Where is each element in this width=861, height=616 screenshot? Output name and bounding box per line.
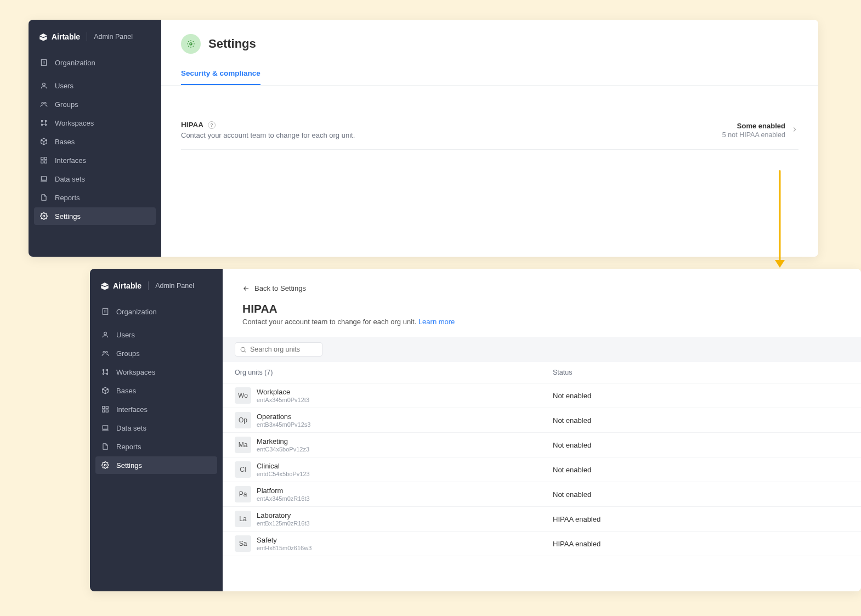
brand: Airtable Admin Panel [29, 30, 161, 52]
sidebar-item-organization[interactable]: Organization [95, 303, 217, 320]
search-input[interactable] [250, 346, 318, 353]
sidebar-item-bases[interactable]: Bases [95, 382, 217, 399]
table-row[interactable]: Cl Clinical entdC54x5boPv123 Not enabled [223, 457, 861, 482]
file-icon [39, 193, 48, 202]
sidebar-item-label: Organization [55, 59, 95, 67]
svg-point-20 [106, 369, 107, 370]
user-icon [101, 330, 110, 339]
org-name: Workplace [257, 388, 309, 396]
org-name: Marketing [257, 437, 309, 445]
arrow-left-icon [242, 285, 250, 292]
workspaces-icon [39, 118, 48, 127]
table-row[interactable]: Op Operations entB3x45m0Pv12s3 Not enabl… [223, 408, 861, 433]
sidebar-item-label: Workspaces [55, 119, 94, 127]
sidebar-item-label: Data sets [116, 424, 146, 432]
org-id: entAx345m0zR16t3 [257, 495, 310, 502]
org-name: Operations [257, 412, 310, 421]
sidebar-item-users[interactable]: Users [95, 326, 217, 343]
hipaa-status-title: Some enabled [722, 122, 785, 130]
user-icon [39, 81, 48, 90]
grid-icon [39, 156, 48, 165]
brand: Airtable Admin Panel [90, 279, 223, 301]
sidebar-item-workspaces[interactable]: Workspaces [95, 363, 217, 381]
hipaa-title-text: HIPAA [181, 121, 203, 129]
svg-rect-15 [103, 309, 107, 315]
back-to-settings-link[interactable]: Back to Settings [223, 269, 861, 297]
sidebar-item-bases[interactable]: Bases [34, 133, 156, 150]
status-cell: Not enabled [553, 392, 849, 400]
file-icon [101, 442, 110, 451]
table-row[interactable]: Pa Platform entAx345m0zR16t3 Not enabled [223, 482, 861, 507]
airtable-logo-icon [100, 281, 110, 291]
users-icon [39, 100, 48, 109]
settings-icon-badge [181, 34, 201, 54]
org-id: entHx815m0z616w3 [257, 545, 311, 551]
org-badge: Pa [235, 486, 251, 502]
org-cell: Sa Safety entHx815m0z616w3 [235, 535, 553, 552]
sidebar-item-reports[interactable]: Reports [95, 438, 217, 455]
org-cell: Wo Workplace entAx345m0Pv12t3 [235, 387, 553, 404]
sidebar-item-reports[interactable]: Reports [34, 189, 156, 206]
laptop-icon [101, 423, 110, 432]
sidebar-item-groups[interactable]: Groups [95, 344, 217, 362]
sidebar-item-datasets[interactable]: Data sets [34, 170, 156, 188]
sidebar-item-label: Users [55, 82, 73, 90]
org-cell: Pa Platform entAx345m0zR16t3 [235, 486, 553, 502]
svg-point-29 [241, 347, 245, 352]
sidebar-item-workspaces[interactable]: Workspaces [34, 114, 156, 132]
svg-point-18 [106, 352, 108, 354]
airtable-logo-icon [38, 32, 48, 42]
sidebar: Airtable Admin Panel Organization Users … [29, 20, 161, 257]
sidebar-item-label: Reports [116, 443, 141, 451]
search-input-wrap[interactable] [235, 342, 322, 357]
sidebar-item-interfaces[interactable]: Interfaces [95, 400, 217, 418]
sidebar-item-interfaces[interactable]: Interfaces [34, 151, 156, 169]
tab-security-compliance[interactable]: Security & compliance [181, 64, 260, 85]
svg-rect-26 [106, 410, 108, 412]
hipaa-status-sub: 5 not HIPAA enabled [722, 131, 785, 139]
table-row[interactable]: La Laboratory entBx125m0zR16t3 HIPAA ena… [223, 507, 861, 532]
building-icon [101, 307, 110, 316]
org-cell: La Laboratory entBx125m0zR16t3 [235, 511, 553, 527]
status-cell: Not enabled [553, 441, 849, 449]
sidebar-item-groups[interactable]: Groups [34, 95, 156, 113]
hipaa-left: HIPAA ? Contact your account team to cha… [181, 121, 355, 139]
page-title: Settings [208, 37, 256, 51]
brand-divider [87, 32, 87, 41]
sidebar-item-users[interactable]: Users [34, 77, 156, 94]
svg-point-1 [43, 83, 46, 86]
org-cell: Ma Marketing entC34x5boPv12z3 [235, 437, 553, 453]
users-icon [101, 349, 110, 358]
table-row[interactable]: Ma Marketing entC34x5boPv12z3 Not enable… [223, 433, 861, 457]
hipaa-setting-row[interactable]: HIPAA ? Contact your account team to cha… [181, 121, 798, 150]
org-cell: Cl Clinical entdC54x5boPv123 [235, 461, 553, 478]
help-icon[interactable]: ? [208, 121, 216, 129]
sidebar-item-settings[interactable]: Settings [95, 456, 217, 474]
gear-icon [101, 461, 110, 470]
gear-icon [186, 39, 195, 48]
brand-divider [148, 281, 149, 290]
cube-icon [39, 137, 48, 146]
svg-rect-25 [103, 410, 105, 412]
sidebar-item-label: Settings [55, 212, 81, 221]
org-id: entB3x45m0Pv12s3 [257, 421, 310, 428]
org-id: entAx345m0Pv12t3 [257, 397, 309, 403]
tabs: Security & compliance [161, 64, 818, 86]
page-subtitle-text: Contact your account team to change for … [242, 318, 416, 326]
sidebar-item-organization[interactable]: Organization [34, 54, 156, 71]
svg-point-14 [190, 43, 192, 45]
org-name: Clinical [257, 462, 310, 470]
sidebar-item-datasets[interactable]: Data sets [95, 419, 217, 437]
table-row[interactable]: Wo Workplace entAx345m0Pv12t3 Not enable… [223, 383, 861, 408]
nav: Organization Users Groups Workspaces Bas… [90, 301, 223, 477]
table-row[interactable]: Sa Safety entHx815m0z616w3 HIPAA enabled [223, 532, 861, 556]
sidebar-item-settings[interactable]: Settings [34, 207, 156, 225]
main-content: Settings Security & compliance HIPAA ? C… [161, 20, 818, 257]
learn-more-link[interactable]: Learn more [418, 318, 455, 326]
org-badge: Op [235, 412, 251, 428]
svg-point-3 [44, 103, 47, 105]
svg-rect-23 [103, 406, 105, 409]
status-cell: Not enabled [553, 466, 849, 474]
org-name: Platform [257, 487, 310, 495]
search-bar [223, 337, 861, 362]
